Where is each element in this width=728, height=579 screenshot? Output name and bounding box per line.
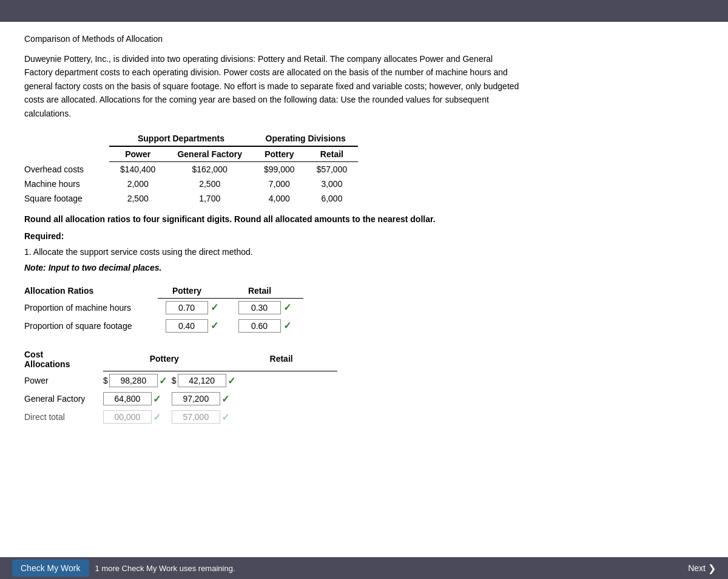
cell-machine-gf: 2,500	[166, 177, 253, 191]
col-header-power: Power	[109, 146, 166, 162]
cost-power-row: Power $ ✓ $ ✓	[24, 371, 337, 390]
power-retail-check: ✓	[228, 375, 235, 387]
cell-square-retail: 6,000	[306, 191, 359, 206]
cost-direct-row: Direct total ✓ ✓	[24, 408, 337, 426]
cost-subtitle: Allocations	[24, 359, 98, 369]
op-div-header: Operating Divisions	[253, 131, 358, 146]
required-label: Required:	[24, 231, 522, 241]
page-title: Comparison of Methods of Allocation	[24, 34, 522, 44]
cell-overhead-gf: $162,000	[166, 161, 253, 177]
alloc-ratio-retail-header: Retail	[231, 285, 303, 299]
square-retail-check: ✓	[283, 320, 291, 331]
cost-retail-header: Retail	[240, 347, 337, 371]
direct-retail-input[interactable]	[172, 410, 220, 424]
gf-retail-check: ✓	[221, 393, 229, 405]
intro-text: Duweynie Pottery, Inc., is divided into …	[24, 52, 522, 120]
power-pottery-input[interactable]	[109, 374, 158, 387]
alloc-ratio-machine-label: Proportion of machine hours	[24, 298, 158, 317]
col-header-pottery: Pottery	[253, 146, 306, 162]
alloc-ratio-machine-row: Proportion of machine hours ✓ ✓	[24, 298, 303, 317]
col-header-retail: Retail	[306, 146, 359, 162]
power-pottery-check: ✓	[159, 375, 167, 387]
alloc-ratio-square-label: Proportion of square footage	[24, 317, 158, 335]
table-row: Machine hours 2,000 2,500 7,000 3,000	[24, 177, 358, 191]
power-pottery-dollar: $	[103, 376, 108, 385]
cell-square-gf: 1,700	[166, 191, 253, 206]
cost-title: Cost	[24, 350, 98, 359]
row-label-overhead: Overhead costs	[24, 161, 109, 177]
machine-pottery-input[interactable]	[166, 301, 208, 314]
cell-overhead-pottery: $99,000	[253, 161, 306, 177]
machine-retail-check: ✓	[283, 302, 291, 313]
alloc-ratio-pottery-header: Pottery	[158, 285, 231, 299]
square-pottery-input[interactable]	[166, 319, 208, 333]
cell-overhead-power: $140,400	[109, 161, 166, 177]
cell-square-pottery: 4,000	[253, 191, 306, 206]
top-bar	[0, 0, 728, 22]
instruction-1: 1. Allocate the support service costs us…	[24, 247, 522, 257]
power-retail-dollar: $	[172, 376, 177, 385]
direct-pottery-check: ✓	[153, 411, 161, 423]
cost-pottery-header: Pottery	[103, 347, 240, 371]
cell-overhead-retail: $57,000	[306, 161, 359, 177]
machine-retail-input[interactable]	[238, 301, 281, 314]
gf-pottery-check: ✓	[153, 393, 161, 405]
cell-square-power: 2,500	[109, 191, 166, 206]
power-retail-input[interactable]	[178, 374, 226, 387]
table-row: Overhead costs $140,400 $162,000 $99,000…	[24, 161, 358, 177]
direct-pottery-input[interactable]	[103, 410, 152, 424]
row-label-machine: Machine hours	[24, 177, 109, 191]
cost-gf-label: General Factory	[24, 390, 103, 408]
machine-pottery-check: ✓	[211, 302, 218, 313]
cost-direct-label: Direct total	[24, 408, 103, 426]
gf-retail-input[interactable]	[172, 392, 220, 405]
table-row: Square footage 2,500 1,700 4,000 6,000	[24, 191, 358, 206]
direct-retail-check: ✓	[221, 411, 229, 423]
row-label-square: Square footage	[24, 191, 109, 206]
cell-machine-power: 2,000	[109, 177, 166, 191]
cell-machine-retail: 3,000	[306, 177, 359, 191]
cell-machine-pottery: 7,000	[253, 177, 306, 191]
square-retail-input[interactable]	[238, 319, 281, 333]
note-text: Note: Input to two decimal places.	[24, 263, 522, 273]
support-dept-header: Support Departments	[109, 131, 253, 146]
square-pottery-check: ✓	[211, 320, 218, 331]
alloc-ratios-title: Allocation Ratios	[24, 285, 158, 299]
bold-note: Round all allocation ratios to four sign…	[24, 214, 522, 224]
cost-gf-row: General Factory ✓ ✓	[24, 390, 337, 408]
col-header-gf: General Factory	[166, 146, 253, 162]
gf-pottery-input[interactable]	[103, 392, 152, 405]
alloc-ratio-square-row: Proportion of square footage ✓ ✓	[24, 317, 303, 335]
cost-power-label: Power	[24, 371, 103, 390]
